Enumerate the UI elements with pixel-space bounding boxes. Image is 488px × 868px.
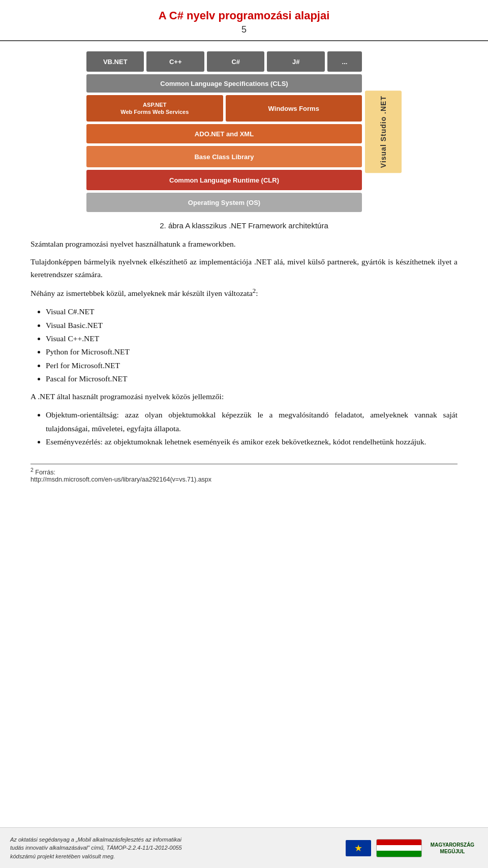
os-box: Operating System (OS) xyxy=(86,193,362,212)
eu-flag-icon: ★ xyxy=(346,840,371,856)
lang-row: VB.NET C++ C# J# ... xyxy=(86,51,362,72)
winforms-box-wrapper: Windows Forms xyxy=(226,95,362,122)
main-content: VB.NET C++ C# J# ... Common Language Spe… xyxy=(0,41,488,493)
footer-line1: Az oktatási segédanyag a „Mobil alkalmaz… xyxy=(10,836,181,843)
bullet-list-2: Objektum-orientáltság: azaz olyan objekt… xyxy=(46,408,458,448)
ado-box: ADO.NET and XML xyxy=(86,124,362,143)
list-item: Visual C#.NET xyxy=(46,305,458,318)
list-item: Eseményvezérlés: az objektumoknak lehetn… xyxy=(46,435,458,448)
megujulo-badge: MAGYARORSZÁG MEGÚJUL xyxy=(427,842,478,855)
diagram-caption: 2. ábra A klasszikus .NET Framework arch… xyxy=(30,221,458,230)
winforms-box: Windows Forms xyxy=(226,95,362,122)
vs-panel: Visual Studio .NET xyxy=(365,51,402,212)
vs-box: Visual Studio .NET xyxy=(365,91,402,173)
p3-suffix: : xyxy=(256,289,258,298)
footer-bar: Az oktatási segédanyag a „Mobil alkalmaz… xyxy=(0,827,488,868)
footnote-section: 2 Forrás: http://msdn.microsoft.com/en-u… xyxy=(30,464,458,483)
list-item: Pascal for Microsoft.NET xyxy=(46,372,458,385)
diagram: VB.NET C++ C# J# ... Common Language Spe… xyxy=(86,51,402,212)
cls-box: Common Language Specifications (CLS) xyxy=(86,74,362,93)
footnote-content: 2 Forrás: http://msdn.microsoft.com/en-u… xyxy=(30,467,458,483)
footer-line2: tudás innovatív alkalmazásával" című, TÁ… xyxy=(10,845,182,851)
page-header: A C# nyelv programozási alapjai 5 xyxy=(0,0,488,41)
footnote-number: 2 xyxy=(30,467,34,473)
lang-jsharp: J# xyxy=(267,51,324,72)
footnote-label: Forrás: xyxy=(35,469,55,476)
aspnet-box: ASP.NETWeb Forms Web Services xyxy=(86,95,223,122)
p3-intro: Néhány az ismertebbek közül, amelyeknek … xyxy=(30,289,253,298)
lang-cpp: C++ xyxy=(146,51,204,72)
paragraph-4: A .NET által használt programozási nyelv… xyxy=(30,391,458,403)
hungary-flag-icon xyxy=(376,839,422,857)
diagram-left: VB.NET C++ C# J# ... Common Language Spe… xyxy=(86,51,362,212)
list-item: Perl for Microsoft.NET xyxy=(46,359,458,372)
footer-logo-area: ★ MAGYARORSZÁG MEGÚJUL xyxy=(346,839,478,857)
footnote-url: http://msdn.microsoft.com/en-us/library/… xyxy=(30,476,211,483)
list-item: Visual C++.NET xyxy=(46,332,458,345)
bullet-list-1: Visual C#.NET Visual Basic.NET Visual C+… xyxy=(46,305,458,385)
footer-text: Az oktatási segédanyag a „Mobil alkalmaz… xyxy=(10,835,338,861)
clr-box: Common Language Runtime (CLR) xyxy=(86,170,362,190)
paragraph-2: Tulajdonképpen bármelyik nyelvnek elkész… xyxy=(30,256,458,281)
footer-line3: kódszámú projekt keretében valósult meg. xyxy=(10,853,115,859)
aspnet-winforms-row: ASP.NETWeb Forms Web Services Windows Fo… xyxy=(86,95,362,122)
aspnet-box-wrapper: ASP.NETWeb Forms Web Services xyxy=(86,95,223,122)
page-title: A C# nyelv programozási alapjai xyxy=(30,9,458,22)
list-item: Objektum-orientáltság: azaz olyan objekt… xyxy=(46,408,458,435)
paragraph-1: Számtalan programozási nyelvet használha… xyxy=(30,238,458,251)
page-number: 5 xyxy=(30,24,458,35)
lang-dots: ... xyxy=(327,51,362,72)
lang-csharp: C# xyxy=(207,51,264,72)
bcl-box: Base Class Library xyxy=(86,146,362,167)
list-item: Visual Basic.NET xyxy=(46,319,458,332)
paragraph-3: Néhány az ismertebbek közül, amelyeknek … xyxy=(30,286,458,300)
text-content: Számtalan programozási nyelvet használha… xyxy=(30,238,458,448)
lang-vbnet: VB.NET xyxy=(86,51,144,72)
list-item: Python for Microsoft.NET xyxy=(46,345,458,358)
diagram-wrapper: VB.NET C++ C# J# ... Common Language Spe… xyxy=(30,51,458,212)
